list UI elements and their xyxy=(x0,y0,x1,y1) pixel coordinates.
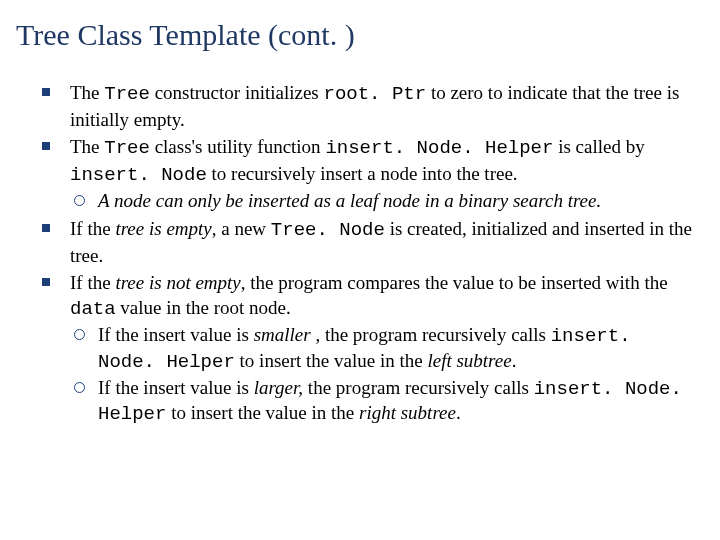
text: class's utility function xyxy=(150,136,325,157)
code-text: data xyxy=(70,298,116,320)
text: The xyxy=(70,136,104,157)
text: . xyxy=(456,402,461,423)
italic-text: tree is empty xyxy=(115,218,211,239)
bullet-list: The Tree constructor initializes root. P… xyxy=(42,80,696,427)
sub-bullet-item: If the insert value is smaller , the pro… xyxy=(70,323,696,374)
text: to insert the value in the xyxy=(166,402,359,423)
italic-text: right subtree xyxy=(359,402,456,423)
text: , a new xyxy=(212,218,271,239)
slide-content: The Tree constructor initializes root. P… xyxy=(12,80,702,427)
bullet-item: The Tree constructor initializes root. P… xyxy=(42,80,696,132)
bullet-item: If the tree is empty, a new Tree. Node i… xyxy=(42,216,696,268)
text: to insert the value in the xyxy=(235,350,428,371)
text: the program recursively calls xyxy=(303,377,534,398)
text: constructor initializes xyxy=(150,82,324,103)
bullet-item: The Tree class's utility function insert… xyxy=(42,134,696,214)
text: If the insert value is xyxy=(98,324,254,345)
italic-text: A node can only be inserted as a leaf no… xyxy=(98,190,601,211)
sub-bullet-list: If the insert value is smaller , the pro… xyxy=(70,323,696,427)
text: If the xyxy=(70,218,115,239)
text: . xyxy=(512,350,517,371)
text: value in the root node. xyxy=(116,297,291,318)
italic-text: tree is not empty xyxy=(115,272,240,293)
code-text: Tree. Node xyxy=(271,219,385,241)
sub-bullet-list: A node can only be inserted as a leaf no… xyxy=(70,189,696,214)
text: , the program recursively calls xyxy=(311,324,551,345)
slide: Tree Class Template (cont. ) The Tree co… xyxy=(0,0,720,447)
text: is called by xyxy=(553,136,644,157)
bullet-item: If the tree is not empty, the program co… xyxy=(42,270,696,427)
text: If the insert value is xyxy=(98,377,254,398)
slide-title: Tree Class Template (cont. ) xyxy=(16,18,702,52)
code-text: Tree xyxy=(104,83,150,105)
code-text: insert. Node xyxy=(70,164,207,186)
sub-bullet-item: If the insert value is larger, the progr… xyxy=(70,376,696,427)
italic-text: smaller xyxy=(254,324,311,345)
text: , the program compares the value to be i… xyxy=(241,272,668,293)
text: to recursively insert a node into the tr… xyxy=(207,163,518,184)
italic-text: larger, xyxy=(254,377,303,398)
code-text: Tree xyxy=(104,137,150,159)
sub-bullet-item: A node can only be inserted as a leaf no… xyxy=(70,189,696,214)
code-text: root. Ptr xyxy=(324,83,427,105)
italic-text: left subtree xyxy=(427,350,511,371)
text: If the xyxy=(70,272,115,293)
code-text: insert. Node. Helper xyxy=(325,137,553,159)
text: The xyxy=(70,82,104,103)
